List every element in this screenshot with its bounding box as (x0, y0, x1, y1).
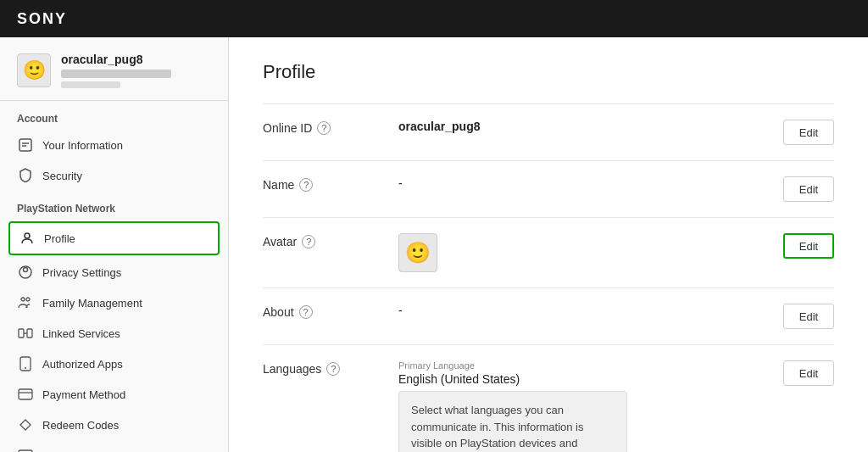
avatar-image: 🙂 (398, 233, 437, 272)
sony-logo: SONY (17, 10, 67, 28)
privacy-settings-label: Privacy Settings (42, 266, 121, 279)
avatar-value: 🙂 (398, 233, 783, 272)
family-management-icon (17, 294, 34, 311)
sidebar-item-privacy-settings[interactable]: Privacy Settings (0, 257, 228, 287)
name-edit-button[interactable]: Edit (783, 176, 834, 202)
online-id-help-icon[interactable]: ? (317, 121, 331, 135)
avatar-edit-button[interactable]: Edit (783, 233, 834, 259)
svg-rect-9 (27, 329, 32, 338)
main-layout: 🙂 oracular_pug8 Account Your Information… (0, 37, 868, 452)
profile-icon (19, 230, 36, 247)
name-row: Name ? - Edit (263, 161, 834, 218)
languages-tooltip: Select what languages you can communicat… (398, 391, 627, 452)
online-id-edit-button[interactable]: Edit (783, 120, 834, 145)
sidebar-item-subscription[interactable]: Subscription (0, 440, 228, 452)
about-edit-button[interactable]: Edit (783, 304, 834, 329)
avatar-help-icon[interactable]: ? (302, 235, 315, 248)
username-label: oracular_pug8 (61, 53, 171, 66)
linked-services-label: Linked Services (42, 327, 120, 340)
name-help-icon[interactable]: ? (299, 178, 313, 192)
payment-method-icon (17, 386, 34, 403)
about-row: About ? - Edit (263, 288, 834, 345)
page-title: Profile (263, 61, 834, 83)
svg-point-6 (21, 298, 25, 301)
authorized-apps-label: Authorized Apps (42, 358, 123, 371)
main-content: Profile Online ID ? oracular_pug8 Edit N… (229, 37, 868, 452)
redeem-codes-icon (17, 416, 34, 433)
svg-point-4 (24, 268, 28, 272)
svg-rect-0 (19, 139, 31, 151)
languages-label: Languages ? (263, 360, 398, 376)
languages-help-icon[interactable]: ? (326, 362, 340, 376)
languages-primary: English (United States) (398, 372, 783, 386)
avatar-label: Avatar ? (263, 233, 398, 248)
user-email-blur (61, 70, 171, 78)
name-label: Name ? (263, 176, 398, 192)
languages-row: Languages ? Primary Language English (Un… (263, 345, 834, 452)
languages-sub-label: Primary Language (398, 360, 783, 371)
svg-rect-13 (19, 389, 32, 399)
subscription-icon (17, 447, 34, 452)
subscription-label: Subscription (42, 449, 103, 453)
sidebar-item-authorized-apps[interactable]: Authorized Apps (0, 349, 228, 379)
sidebar-item-linked-services[interactable]: Linked Services (0, 318, 228, 349)
avatar-row: Avatar ? 🙂 Edit (263, 218, 834, 288)
svg-rect-8 (19, 329, 24, 338)
security-icon (17, 167, 34, 184)
family-management-label: Family Management (42, 297, 142, 310)
redeem-codes-label: Redeem Codes (42, 419, 119, 432)
security-label: Security (42, 170, 82, 182)
svg-point-3 (25, 233, 30, 238)
name-value: - (398, 176, 783, 190)
sidebar: 🙂 oracular_pug8 Account Your Information… (0, 37, 229, 452)
payment-method-label: Payment Method (42, 388, 125, 401)
online-id-label: Online ID ? (263, 120, 398, 135)
sidebar-item-redeem-codes[interactable]: Redeem Codes (0, 410, 228, 440)
authorized-apps-icon (17, 355, 34, 372)
user-sub-blur (61, 81, 120, 88)
section-label-psn: PlayStation Network (0, 191, 228, 220)
user-area: 🙂 oracular_pug8 (0, 37, 228, 101)
user-info: oracular_pug8 (61, 53, 171, 88)
sidebar-item-family-management[interactable]: Family Management (0, 287, 228, 318)
your-information-icon (17, 137, 34, 153)
about-value: - (398, 304, 783, 317)
about-label: About ? (263, 304, 398, 319)
svg-point-12 (25, 367, 26, 369)
languages-value: Primary Language English (United States)… (398, 360, 783, 452)
svg-point-7 (26, 298, 30, 301)
online-id-value: oracular_pug8 (398, 120, 783, 133)
privacy-settings-icon (17, 264, 34, 281)
sidebar-item-profile[interactable]: Profile (8, 221, 220, 255)
profile-label: Profile (44, 232, 75, 245)
user-avatar: 🙂 (17, 53, 51, 87)
online-id-row: Online ID ? oracular_pug8 Edit (263, 103, 834, 161)
your-information-label: Your Information (42, 139, 123, 152)
linked-services-icon (17, 325, 34, 342)
languages-edit-button[interactable]: Edit (783, 360, 834, 386)
sidebar-item-your-information[interactable]: Your Information (0, 130, 228, 160)
sidebar-item-security[interactable]: Security (0, 160, 228, 191)
sidebar-item-payment-method[interactable]: Payment Method (0, 379, 228, 410)
section-label-account: Account (0, 101, 228, 130)
top-navigation: SONY (0, 0, 868, 37)
about-help-icon[interactable]: ? (299, 305, 313, 319)
